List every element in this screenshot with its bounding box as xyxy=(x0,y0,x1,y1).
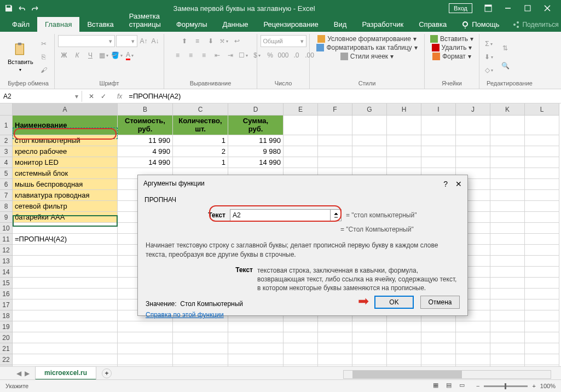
row-header[interactable]: 5 xyxy=(0,168,13,179)
redo-icon[interactable] xyxy=(31,4,39,13)
wrap-text-icon[interactable]: ↩ xyxy=(231,35,243,47)
cancel-button[interactable]: Отмена xyxy=(420,296,460,309)
ok-button[interactable]: OK xyxy=(374,296,414,309)
row-header[interactable]: 15 xyxy=(0,278,13,289)
cell[interactable]: 11 990 xyxy=(228,135,284,146)
format-as-table-button[interactable]: Форматировать как таблицу▾ xyxy=(316,44,417,51)
increase-font-icon[interactable]: A↑ xyxy=(138,35,149,47)
minimize-icon[interactable] xyxy=(499,2,517,15)
align-middle-icon[interactable]: ≡ xyxy=(192,35,204,47)
table-header[interactable]: Стоимость,руб. xyxy=(118,116,173,135)
row-header[interactable]: 2 xyxy=(0,135,13,146)
share-button[interactable]: Поделиться xyxy=(507,18,561,32)
arg-input[interactable] xyxy=(230,209,331,221)
align-right-icon[interactable]: ≡ xyxy=(198,49,210,61)
clear-icon[interactable]: ◇ xyxy=(483,64,495,76)
zoom-out-icon[interactable]: − xyxy=(476,383,479,389)
page-layout-view-icon[interactable]: ▤ xyxy=(446,381,458,391)
format-painter-icon[interactable]: 🖌 xyxy=(38,64,50,76)
row-header[interactable]: 1 xyxy=(0,116,13,135)
ribbon-options-icon[interactable] xyxy=(479,2,498,15)
merge-icon[interactable]: ☐ xyxy=(238,49,250,61)
tab-home[interactable]: Главная xyxy=(37,17,79,32)
cell[interactable]: 4 990 xyxy=(118,146,173,157)
tab-help[interactable]: Справка xyxy=(411,17,454,32)
col-header-b[interactable]: B xyxy=(118,103,173,116)
conditional-format-button[interactable]: Условное форматирование▾ xyxy=(317,35,417,43)
cell[interactable]: 14 990 xyxy=(228,157,284,168)
row-header[interactable]: 18 xyxy=(0,310,13,321)
tellme[interactable]: Помощь xyxy=(454,17,507,32)
tab-formulas[interactable]: Формулы xyxy=(169,17,215,32)
align-bottom-icon[interactable]: ⬇ xyxy=(205,35,217,47)
cell[interactable]: 1 xyxy=(173,157,228,168)
col-header-i[interactable]: I xyxy=(421,103,456,116)
tab-file[interactable]: Файл xyxy=(4,17,37,32)
col-header-g[interactable]: G xyxy=(352,103,387,116)
font-color-icon[interactable]: A xyxy=(124,49,136,61)
outdent-icon[interactable]: ⇤ xyxy=(211,49,223,61)
cell[interactable]: системный блок xyxy=(13,168,118,179)
cell[interactable]: стол компьютерный xyxy=(13,135,118,146)
collapse-dialog-icon[interactable] xyxy=(331,209,342,221)
underline-icon[interactable]: Ч xyxy=(84,49,96,61)
maximize-icon[interactable] xyxy=(518,2,537,15)
fill-color-icon[interactable]: 🪣 xyxy=(111,49,123,61)
close-icon[interactable]: ✕ xyxy=(455,180,462,188)
col-header-d[interactable]: D xyxy=(228,103,284,116)
percent-icon[interactable]: % xyxy=(264,49,276,61)
table-header[interactable]: Наименование xyxy=(13,116,118,135)
row-header[interactable]: 9 xyxy=(0,212,13,223)
paste-button[interactable]: Вставить▾ xyxy=(5,40,36,74)
cancel-formula-icon[interactable]: ✕ xyxy=(89,93,94,100)
col-header-j[interactable]: J xyxy=(456,103,490,116)
zoom-in-icon[interactable]: + xyxy=(532,383,535,389)
cell[interactable]: 1 xyxy=(173,135,228,146)
tab-review[interactable]: Рецензирование xyxy=(256,17,326,32)
cell[interactable]: кресло рабочее xyxy=(13,146,118,157)
cell[interactable]: мышь беспроводная xyxy=(13,179,118,190)
decrease-font-icon[interactable]: A↓ xyxy=(150,35,160,47)
inc-dec-icon[interactable]: .0 xyxy=(291,49,303,61)
tab-insert[interactable]: Вставка xyxy=(79,17,121,32)
autosum-icon[interactable]: Σ xyxy=(483,38,495,50)
fx-icon[interactable]: fx xyxy=(113,93,126,100)
row-header[interactable]: 14 xyxy=(0,267,13,278)
name-box[interactable]: A2▾ xyxy=(0,91,82,102)
page-break-view-icon[interactable]: ▭ xyxy=(459,381,471,391)
row-header[interactable]: 12 xyxy=(0,245,13,256)
zoom-level[interactable]: 100% xyxy=(540,383,556,389)
help-icon[interactable]: ? xyxy=(443,180,448,188)
row-header[interactable]: 17 xyxy=(0,299,13,310)
active-cell[interactable]: =ПРОПНАЧ(A2) xyxy=(13,234,118,245)
row-header[interactable]: 6 xyxy=(0,179,13,190)
table-header[interactable]: Количество,шт. xyxy=(173,116,228,135)
align-left-icon[interactable]: ≡ xyxy=(172,49,184,61)
function-help-link[interactable]: Справка по этой функции xyxy=(144,310,225,320)
italic-icon[interactable]: К xyxy=(71,49,83,61)
tab-view[interactable]: Вид xyxy=(326,17,355,32)
border-icon[interactable]: ▦ xyxy=(97,49,109,61)
cell-styles-button[interactable]: Стили ячеек▾ xyxy=(340,53,394,60)
normal-view-icon[interactable]: ▦ xyxy=(432,381,444,391)
row-header[interactable]: 3 xyxy=(0,146,13,157)
table-header[interactable]: Сумма,руб. xyxy=(228,116,284,135)
cell[interactable]: батарейки AAA xyxy=(13,212,118,223)
row-header[interactable]: 21 xyxy=(0,343,13,354)
col-header-a[interactable]: A xyxy=(13,103,118,116)
cell[interactable]: клавиатура проводная xyxy=(13,190,118,201)
row-header[interactable]: 4 xyxy=(0,157,13,168)
save-icon[interactable] xyxy=(4,4,13,13)
number-format-select[interactable]: Общий▾ xyxy=(261,35,306,47)
row-header[interactable]: 16 xyxy=(0,289,13,299)
horizontal-scrollbar[interactable] xyxy=(343,370,551,379)
tab-data[interactable]: Данные xyxy=(215,17,256,32)
fill-icon[interactable]: ⬇ xyxy=(483,51,495,63)
row-header[interactable]: 13 xyxy=(0,256,13,267)
zoom-slider[interactable] xyxy=(484,385,528,387)
font-size-select[interactable]: ▾ xyxy=(116,35,137,47)
cell[interactable]: 2 xyxy=(173,146,228,157)
indent-icon[interactable]: ⇥ xyxy=(224,49,236,61)
insert-cells-button[interactable]: Вставить▾ xyxy=(430,35,473,43)
find-select-icon[interactable]: 🔍 xyxy=(497,57,513,74)
